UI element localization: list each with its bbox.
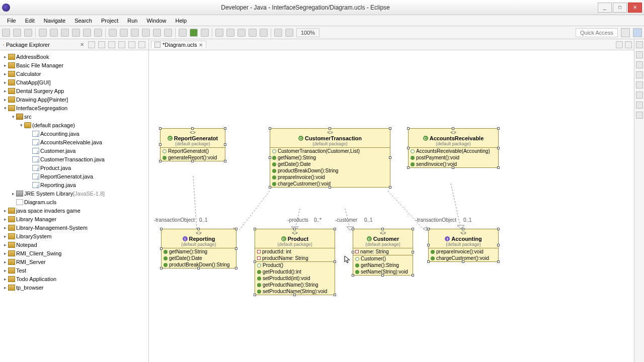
tree-item[interactable]: ▸Drawing App[Painter] [0, 95, 148, 104]
operation-row[interactable]: getDate():Date [162, 255, 236, 261]
link-editor-button[interactable] [98, 41, 105, 48]
resize-handle[interactable] [254, 260, 256, 263]
operation-row[interactable]: CustomerTransaction(Customer,List) [270, 148, 390, 154]
resize-handle[interactable] [329, 127, 331, 130]
tool-button[interactable] [249, 29, 257, 37]
resize-handle[interactable] [427, 260, 430, 263]
tree-item[interactable]: ▾InterfaceSegregation [0, 104, 148, 112]
tree-item[interactable]: Customer.java [0, 146, 148, 155]
twisty-icon[interactable]: ▸ [2, 259, 8, 264]
tree-item[interactable]: ▸Basic File Manager [0, 61, 148, 69]
minimize-editor-button[interactable] [616, 41, 623, 48]
trim-button[interactable] [636, 81, 643, 88]
twisty-icon[interactable]: ▸ [2, 71, 8, 76]
maximize-button[interactable]: □ [613, 3, 627, 13]
tree-item[interactable]: Product.java [0, 163, 148, 172]
resize-handle[interactable] [381, 274, 384, 277]
tool-button[interactable] [131, 29, 139, 37]
resize-handle[interactable] [334, 260, 336, 263]
resize-handle[interactable] [191, 160, 194, 162]
tree-item[interactable]: ▾src [0, 112, 148, 121]
resize-handle[interactable] [197, 267, 200, 269]
resize-handle[interactable] [389, 186, 391, 189]
resize-handle[interactable] [462, 228, 464, 230]
package-explorer-tab[interactable]: Package Explorer ✕ [0, 39, 148, 50]
resize-handle[interactable] [160, 267, 163, 269]
menu-file[interactable]: File [3, 17, 20, 25]
resize-handle[interactable] [427, 244, 430, 246]
resize-handle[interactable] [235, 228, 237, 230]
ext-button[interactable] [201, 29, 209, 37]
tree-item[interactable]: ▸Library-Management-System [0, 223, 148, 232]
resize-handle[interactable] [254, 294, 256, 296]
trim-button[interactable] [636, 61, 643, 68]
tool-button[interactable] [109, 29, 117, 37]
resize-handle[interactable] [159, 160, 162, 162]
twisty-icon[interactable]: ▸ [2, 54, 8, 59]
tree-item[interactable]: ▸RMI_Server [0, 257, 148, 266]
tree-item[interactable]: AccountsReceivable.java [0, 138, 148, 146]
tool-button[interactable] [72, 29, 80, 37]
menu-window[interactable]: Window [142, 17, 170, 25]
resize-handle[interactable] [191, 127, 194, 130]
tool-button[interactable] [226, 29, 234, 37]
resize-handle[interactable] [412, 251, 414, 253]
resize-handle[interactable] [389, 127, 391, 130]
operation-row[interactable]: getProductId():int [255, 268, 335, 275]
tool-button[interactable] [237, 29, 246, 37]
tree-item[interactable]: CustomerTransaction.java [0, 155, 148, 163]
menu-search[interactable]: Search [70, 17, 96, 25]
twisty-icon[interactable]: ▸ [2, 285, 8, 290]
tool-button[interactable] [83, 29, 91, 37]
trim-button[interactable] [636, 102, 643, 109]
tree-item[interactable]: ▸RMI_Client_Swing [0, 249, 148, 257]
resize-handle[interactable] [462, 260, 464, 263]
operation-row[interactable]: getName():String [270, 154, 390, 161]
maximize-editor-button[interactable] [625, 41, 632, 48]
resize-handle[interactable] [497, 127, 500, 130]
resize-handle[interactable] [197, 228, 200, 230]
twisty-icon[interactable]: ▸ [2, 242, 8, 247]
resize-handle[interactable] [497, 166, 500, 169]
resize-handle[interactable] [159, 127, 162, 130]
operation-row[interactable]: getName():String [162, 248, 236, 255]
tool-button[interactable] [215, 29, 223, 37]
tree-item[interactable]: ▸tp_browser [0, 283, 148, 292]
tool-button[interactable] [61, 29, 69, 37]
minimize-button[interactable]: _ [598, 3, 612, 13]
tree-item[interactable]: ▸java space invaders game [0, 206, 148, 215]
tree-item[interactable]: ▸Notepad [0, 240, 148, 249]
resize-handle[interactable] [160, 247, 163, 250]
resize-handle[interactable] [497, 244, 500, 246]
resize-handle[interactable] [293, 228, 296, 230]
run-button[interactable] [190, 29, 198, 37]
twisty-icon[interactable]: ▸ [2, 208, 8, 213]
resize-handle[interactable] [224, 160, 226, 162]
resize-handle[interactable] [381, 228, 384, 230]
resize-handle[interactable] [497, 260, 500, 263]
operation-row[interactable]: getDate():Date [270, 161, 390, 167]
tree-item[interactable]: ▸Dental Surgery App [0, 86, 148, 95]
resize-handle[interactable] [334, 228, 336, 230]
close-view-icon[interactable]: ✕ [79, 42, 85, 48]
resize-handle[interactable] [352, 228, 354, 230]
new-button[interactable] [2, 29, 10, 37]
zoom-combo[interactable]: 100% [296, 28, 319, 37]
trim-button[interactable] [636, 71, 643, 78]
project-tree[interactable]: ▸AddressBook▸Basic File Manager▸Calculat… [0, 50, 148, 362]
operation-row[interactable]: getProductName():String [255, 282, 335, 288]
operation-row[interactable]: postPayment():void [409, 154, 498, 161]
resize-handle[interactable] [224, 143, 226, 146]
twisty-icon[interactable]: ▾ [2, 106, 8, 111]
operation-row[interactable]: prepareInvoice():void [429, 248, 498, 255]
nav-back-button[interactable] [274, 29, 282, 37]
tool-button[interactable] [39, 29, 47, 37]
tree-item[interactable]: Diagram.ucls [0, 198, 148, 206]
resize-handle[interactable] [412, 228, 414, 230]
view-menu-button[interactable] [118, 41, 125, 48]
trim-button[interactable] [636, 41, 643, 48]
operation-row[interactable]: AccountsReceivable(Accounting) [409, 148, 498, 154]
editor-tab-diagram[interactable]: *Diagram.ucls ✕ [151, 41, 206, 48]
twisty-icon[interactable]: ▸ [2, 88, 8, 94]
save-all-button[interactable] [24, 29, 32, 37]
